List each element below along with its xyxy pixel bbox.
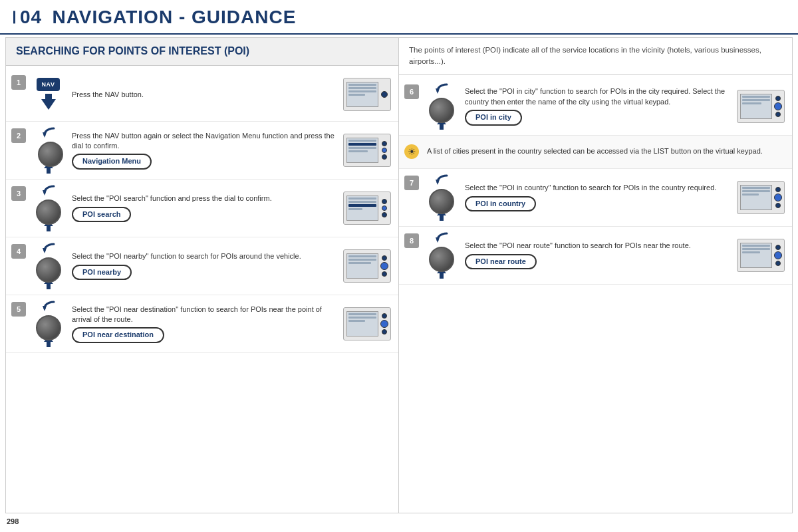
step-2-icon (30, 126, 66, 175)
step-3-text: Select the "POI search" function and pre… (72, 194, 339, 222)
step-1-device (343, 78, 393, 111)
svg-marker-3 (43, 190, 47, 196)
curved-arrow-7-icon (432, 173, 451, 189)
down-arrow-icon (39, 91, 59, 111)
step-7-device (737, 181, 787, 214)
page-footer: 298 (0, 516, 798, 527)
poi-country-badge: POI in country (465, 196, 536, 211)
svg-marker-5 (43, 248, 47, 253)
step-7-text: Select the "POI in country" function to … (465, 183, 733, 211)
step-4-text: Select the "POI nearby" function to sear… (72, 251, 339, 280)
header-subtitle: NAVIGATION - GUIDANCE (53, 7, 297, 27)
step-2-row: 2 Press the NAV button again or select t… (6, 122, 398, 180)
curved-arrow-icon (39, 126, 58, 142)
left-section-title: SEARCHING FOR POINTS OF INTEREST (POI) (16, 45, 388, 59)
page-number: 298 (7, 517, 19, 525)
step-4-icon (30, 241, 66, 291)
step-5-device (343, 307, 393, 340)
special-note-text: A list of cities present in the country … (423, 146, 787, 156)
curved-arrow-6-icon (432, 82, 451, 98)
step-8-number: 8 (404, 233, 419, 248)
main-content: SEARCHING FOR POINTS OF INTEREST (POI) 1… (5, 37, 793, 513)
step-2-number: 2 (11, 128, 26, 143)
poi-near-dest-badge: POI near destination (72, 327, 164, 342)
step-6-text: Select the "POI in city" function to sea… (465, 86, 733, 125)
step-7-number: 7 (404, 176, 419, 190)
left-panel: SEARCHING FOR POINTS OF INTEREST (POI) 1… (6, 38, 399, 513)
curved-arrow-8-icon (432, 231, 451, 247)
step-1-number: 1 (11, 75, 26, 90)
svg-marker-7 (43, 306, 47, 311)
poi-nearby-badge: POI nearby (72, 265, 132, 280)
svg-marker-13 (436, 237, 440, 243)
step-3-row: 3 Select the "POI search" function and p… (6, 180, 398, 237)
step-3-icon (30, 184, 66, 233)
step-2-device (343, 134, 393, 167)
step-1-row: 1 NAV Press the NAV button. (6, 68, 398, 122)
step-4-row: 4 Select the "POI nearby" function to se… (6, 237, 398, 295)
svg-marker-11 (436, 180, 440, 185)
step-5-icon (30, 299, 66, 348)
step-1-icon: NAV (30, 78, 66, 111)
left-steps-container: 1 NAV Press the NAV button. (6, 66, 398, 356)
svg-marker-9 (436, 88, 440, 94)
step-5-number: 5 (11, 302, 26, 317)
step-3-device (343, 192, 393, 225)
chapter-title: 04 NAVIGATION - GUIDANCE (13, 7, 296, 28)
left-section-header: SEARCHING FOR POINTS OF INTEREST (POI) (6, 38, 398, 66)
step-8-text: Select the "POI near route" function to … (465, 241, 733, 269)
step-6-number: 6 (404, 84, 419, 99)
right-panel: The points of interest (POI) indicate al… (399, 38, 792, 513)
header-title: 04 (20, 7, 42, 27)
step-5-row: 5 Select the "POI near destination" func… (6, 295, 398, 353)
poi-near-route-badge: POI near route (465, 254, 537, 269)
step-3-number: 3 (11, 186, 26, 201)
step-6-icon (423, 82, 460, 131)
step-8-row: 8 Select the "POI near route" function t… (399, 227, 792, 285)
nav-button-icon: NAV (37, 78, 61, 91)
step-4-number: 4 (11, 244, 26, 259)
step-6-row: 6 Select the "POI in city" function to s… (399, 78, 792, 136)
step-8-icon (423, 231, 460, 280)
step-7-icon (423, 173, 460, 222)
special-note-row: ☀ A list of cities present in the countr… (399, 136, 792, 169)
step-7-row: 7 Select the "POI in country" function t… (399, 169, 792, 227)
curved-arrow-2-icon (39, 184, 58, 200)
svg-marker-1 (43, 132, 47, 138)
note-icon: ☀ (404, 144, 419, 159)
poi-search-badge: POI search (72, 207, 131, 222)
step-5-text: Select the "POI near destination" functi… (72, 305, 339, 343)
step-4-device (343, 249, 393, 283)
page-header: 04 NAVIGATION - GUIDANCE (0, 0, 798, 35)
svg-marker-0 (41, 94, 56, 110)
step-8-device (737, 239, 787, 272)
step-6-device (737, 90, 787, 123)
step-2-text: Press the NAV button again or select the… (72, 131, 339, 170)
right-intro: The points of interest (POI) indicate al… (399, 38, 792, 75)
nav-menu-badge: Navigation Menu (72, 154, 152, 169)
poi-city-badge: POI in city (465, 110, 522, 125)
step-1-text: Press the NAV button. (72, 90, 339, 100)
curved-arrow-5-icon (39, 299, 58, 315)
right-steps-container: 6 Select the "POI in city" function to s… (399, 75, 792, 287)
curved-arrow-4-icon (39, 241, 58, 257)
